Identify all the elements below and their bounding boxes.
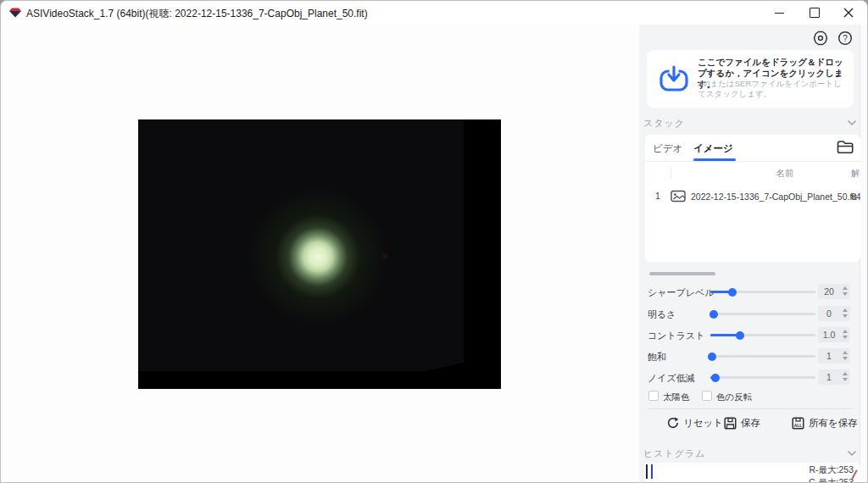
maximize-button[interactable] bbox=[798, 1, 832, 25]
slider-handle[interactable] bbox=[709, 310, 718, 319]
save-all-label: 所有を保存 bbox=[809, 417, 858, 430]
slider-row-contrast: コントラスト 1.0 bbox=[648, 326, 860, 343]
window-title: ASIVideoStack_1.7 (64bit)(視聴: 2022-12-15… bbox=[26, 7, 368, 21]
image-file-icon bbox=[670, 190, 686, 203]
slider-track[interactable] bbox=[710, 355, 815, 358]
checkbox-label: 太陽色 bbox=[663, 391, 690, 403]
close-button[interactable] bbox=[832, 1, 865, 25]
slider-handle[interactable] bbox=[728, 288, 737, 297]
save-all-icon: ALL bbox=[792, 417, 804, 430]
save-icon bbox=[724, 417, 737, 430]
spin-value: 1 bbox=[818, 351, 840, 361]
histogram-collapse-chevron-icon[interactable] bbox=[847, 450, 857, 457]
svg-text:ALL: ALL bbox=[794, 423, 803, 428]
slider-label: 明るさ bbox=[648, 308, 676, 321]
sidebar-scrollbar[interactable] bbox=[860, 25, 868, 483]
checkbox-invert-color[interactable] bbox=[702, 391, 712, 401]
column-header-resolution: 解像度 bbox=[851, 168, 860, 180]
help-icon[interactable]: ? bbox=[837, 31, 853, 46]
spinner-arrows-icon[interactable] bbox=[843, 351, 848, 360]
file-dropzone[interactable]: ここでファイルをドラッグ＆ドロップするか，アイコンをクリックします。 AVIまた… bbox=[647, 50, 854, 108]
slider-handle[interactable] bbox=[708, 353, 716, 361]
planet-image bbox=[250, 189, 386, 325]
slider-row-noise-reduction: ノイズ低減 1 bbox=[648, 369, 860, 386]
slider-track[interactable] bbox=[710, 376, 815, 379]
checkbox-label: 色の反転 bbox=[716, 391, 752, 403]
tab-image[interactable]: イメージ bbox=[693, 142, 733, 155]
value-spinbox[interactable]: 20 bbox=[818, 284, 850, 299]
file-table-header: 名前 解像度 bbox=[645, 162, 860, 185]
open-folder-icon[interactable] bbox=[837, 140, 854, 154]
histogram-panel: R-最大:253 G-最大:253 bbox=[645, 463, 860, 483]
spin-value: 1 bbox=[818, 372, 840, 382]
svg-text:?: ? bbox=[843, 34, 848, 43]
reset-icon bbox=[667, 417, 679, 429]
settings-gear-icon[interactable] bbox=[813, 31, 828, 46]
slider-label: ノイズ低減 bbox=[648, 372, 695, 385]
save-all-button[interactable]: ALL 所有を保存 bbox=[792, 415, 858, 430]
spinner-arrows-icon[interactable] bbox=[843, 330, 848, 339]
image-canvas bbox=[138, 119, 501, 389]
faint-artifact bbox=[381, 252, 389, 260]
spin-value: 1.0 bbox=[818, 330, 840, 340]
column-header-name: 名前 bbox=[670, 168, 860, 180]
reset-button[interactable]: リセット bbox=[667, 415, 723, 430]
reset-label: リセット bbox=[683, 417, 723, 430]
value-spinbox[interactable]: 1.0 bbox=[818, 327, 850, 342]
slider-label: コントラスト bbox=[648, 330, 705, 342]
checkbox-sun-color[interactable] bbox=[648, 391, 659, 401]
histogram-dark-spike bbox=[646, 464, 648, 479]
progress-bar bbox=[649, 272, 715, 275]
slider-handle[interactable] bbox=[736, 331, 744, 340]
stack-collapse-chevron-icon[interactable] bbox=[847, 119, 857, 126]
slider-label: シャープレベル bbox=[648, 286, 715, 299]
app-logo-icon bbox=[9, 8, 21, 18]
app-window: ASIVideoStack_1.7 (64bit)(視聴: 2022-12-15… bbox=[0, 0, 868, 483]
spinner-arrows-icon[interactable] bbox=[843, 286, 848, 296]
stack-panel: ビデオ イメージ 名前 解像度 1 2022-12-15-1336_7-CapO… bbox=[645, 135, 860, 262]
spin-value: 20 bbox=[818, 286, 840, 297]
preview-area bbox=[1, 25, 639, 483]
value-spinbox[interactable]: 0 bbox=[818, 306, 850, 321]
save-label: 保存 bbox=[741, 417, 760, 430]
divider bbox=[648, 408, 854, 409]
spinner-arrows-icon[interactable] bbox=[843, 372, 848, 381]
row-filename: 2022-12-15-1336_7-CapObj_Planet_50.fit bbox=[691, 192, 857, 202]
dropzone-hint-text: AVIまたはSERファイルをインポートしてスタックします。 bbox=[698, 79, 847, 99]
histogram-g-max: G-最大:253 bbox=[809, 477, 854, 483]
row-index: 1 bbox=[655, 191, 660, 201]
slider-label: 飽和 bbox=[648, 351, 666, 364]
slider-handle[interactable] bbox=[711, 374, 720, 382]
histogram-r-max: R-最大:253 bbox=[809, 464, 854, 476]
value-spinbox[interactable]: 1 bbox=[818, 348, 850, 364]
tab-video[interactable]: ビデオ bbox=[653, 142, 682, 155]
histogram-section-title: ヒストグラム bbox=[643, 447, 706, 460]
row-resolution: 640 bbox=[851, 192, 860, 202]
slider-row-brightness: 明るさ 0 bbox=[648, 305, 860, 322]
slider-row-sharp-level: シャープレベル 20 bbox=[648, 283, 860, 300]
slider-track[interactable] bbox=[710, 291, 815, 293]
import-file-icon[interactable] bbox=[659, 64, 689, 93]
value-spinbox[interactable]: 1 bbox=[818, 369, 850, 385]
spinner-arrows-icon[interactable] bbox=[843, 308, 848, 318]
save-button[interactable]: 保存 bbox=[724, 415, 760, 430]
close-icon bbox=[843, 8, 854, 18]
histogram-blue-spike bbox=[651, 464, 653, 479]
minimize-button[interactable] bbox=[762, 1, 796, 25]
table-row[interactable]: 1 2022-12-15-1336_7-CapObj_Planet_50.fit… bbox=[645, 184, 860, 209]
stack-section-title: スタック bbox=[643, 117, 685, 130]
spin-value: 0 bbox=[818, 308, 840, 319]
slider-track[interactable] bbox=[710, 313, 815, 315]
title-bar: ASIVideoStack_1.7 (64bit)(視聴: 2022-12-15… bbox=[1, 1, 867, 25]
slider-row-saturation: 飽和 1 bbox=[648, 347, 860, 364]
slider-track[interactable] bbox=[710, 334, 815, 336]
